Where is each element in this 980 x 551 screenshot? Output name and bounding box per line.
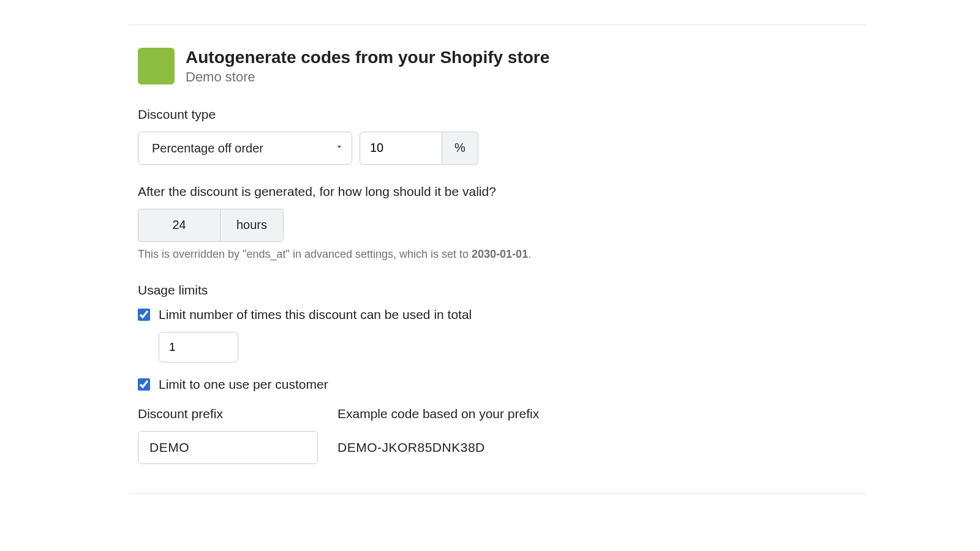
validity-row: hours [138,209,858,242]
limit-per-customer-row: Limit to one use per customer [138,377,858,392]
example-label: Example code based on your prefix [337,407,539,421]
divider [129,493,867,494]
limit-per-customer-checkbox[interactable] [138,378,150,391]
validity-unit: hours [220,209,284,242]
discount-unit: % [442,132,478,165]
prefix-label: Discount prefix [138,407,318,421]
validity-value-input [138,209,220,242]
header: Autogenerate codes from your Shopify sto… [138,47,858,85]
discount-type-label: Discount type [138,107,858,122]
help-date: 2030-01-01 [472,248,528,260]
example-col: Example code based on your prefix DEMO-J… [337,407,539,464]
prefix-col: Discount prefix [138,407,318,464]
limit-total-label[interactable]: Limit number of times this discount can … [159,307,472,322]
discount-value-group: % [360,132,478,165]
prefix-input[interactable] [138,431,318,464]
prefix-row: Discount prefix Example code based on yo… [138,407,858,464]
page-title: Autogenerate codes from your Shopify sto… [186,47,549,68]
divider [129,24,867,25]
help-prefix: This is overridden by "ends_at" in advan… [138,248,472,260]
usage-limits-label: Usage limits [138,283,858,298]
store-name: Demo store [186,69,549,85]
discount-type-select[interactable]: Percentage off order [138,132,352,165]
limit-total-row: Limit number of times this discount can … [138,307,858,322]
validity-label: After the discount is generated, for how… [138,184,858,199]
limit-total-value-input[interactable] [159,332,238,362]
limit-total-checkbox[interactable] [138,309,150,321]
discount-value-input[interactable] [360,132,442,165]
discount-type-row: Percentage off order % [138,132,858,165]
store-icon [138,48,175,84]
header-text: Autogenerate codes from your Shopify sto… [186,47,549,85]
help-suffix: . [528,248,531,260]
discount-type-select-wrapper: Percentage off order [138,132,352,165]
validity-help-text: This is overridden by "ends_at" in advan… [138,248,858,261]
settings-panel: Autogenerate codes from your Shopify sto… [0,0,858,494]
validity-input-group: hours [138,209,858,242]
example-code: DEMO-JKOR85DNK38D [337,431,539,464]
limit-total-value-wrapper [159,332,858,362]
limit-per-customer-label[interactable]: Limit to one use per customer [159,377,328,392]
